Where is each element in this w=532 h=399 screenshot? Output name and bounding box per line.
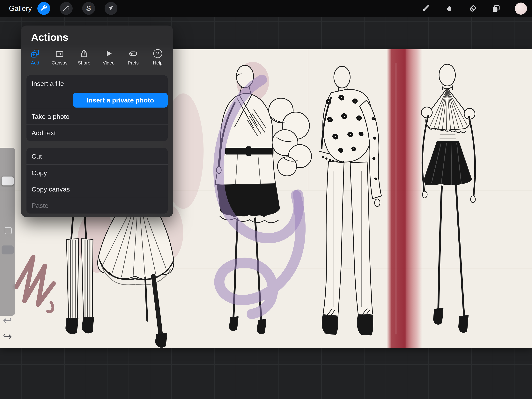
smudge-tool-button[interactable]	[445, 4, 454, 13]
actions-tool-button[interactable]	[37, 2, 50, 15]
menu-item-insert-file[interactable]: Insert a file	[26, 75, 168, 92]
transform-arrow-icon	[108, 5, 114, 12]
add-icon	[30, 49, 40, 59]
menu-item-copy-canvas[interactable]: Copy canvas	[26, 181, 168, 197]
selection-tool-button[interactable]: S	[82, 2, 95, 15]
tab-add-label: Add	[31, 60, 39, 66]
clipboard-menu-group: Cut Copy Copy canvas Paste	[26, 148, 168, 213]
share-icon	[79, 49, 89, 59]
wrench-icon	[40, 5, 47, 12]
brush-sidebar	[0, 148, 15, 316]
paint-tools	[421, 0, 527, 17]
add-menu-group: Insert a file Insert a private photo Tak…	[26, 75, 168, 141]
video-play-icon	[104, 49, 114, 59]
insert-private-photo-button[interactable]: Insert a private photo	[73, 93, 168, 108]
top-toolbar: Gallery S	[0, 0, 532, 17]
erase-tool-button[interactable]	[468, 4, 477, 13]
actions-tabs: Add Canvas Share	[26, 49, 167, 66]
menu-item-copy[interactable]: Copy	[26, 164, 168, 181]
menu-item-add-text[interactable]: Add text	[26, 124, 168, 141]
tab-prefs[interactable]: Prefs	[124, 49, 143, 66]
tab-canvas-label: Canvas	[52, 60, 67, 66]
menu-item-take-photo[interactable]: Take a photo	[26, 108, 168, 124]
toggle-icon	[128, 49, 138, 59]
tab-share[interactable]: Share	[75, 49, 94, 66]
actions-popup: Actions Add	[21, 26, 173, 217]
gallery-button[interactable]: Gallery	[9, 0, 32, 17]
tab-canvas[interactable]: Canvas	[50, 49, 69, 66]
transform-tool-button[interactable]	[105, 2, 117, 15]
layers-icon	[492, 4, 500, 13]
adjustments-tool-button[interactable]	[60, 2, 73, 15]
tab-help[interactable]: ? Help	[148, 49, 167, 66]
menu-item-cut[interactable]: Cut	[26, 148, 168, 164]
magic-wand-icon	[63, 5, 70, 12]
brush-opacity-slider[interactable]	[1, 245, 14, 254]
help-icon: ?	[153, 49, 163, 59]
undo-icon[interactable]: ↩	[1, 314, 13, 327]
selection-s-icon: S	[86, 4, 91, 13]
tab-prefs-label: Prefs	[128, 60, 139, 66]
brush-tool-button[interactable]	[421, 4, 430, 13]
modify-button[interactable]	[5, 227, 12, 234]
procreate-app: ↩ ↪ Actions Add	[0, 0, 532, 399]
tab-help-label: Help	[153, 60, 162, 66]
brush-icon	[422, 4, 430, 13]
layers-button[interactable]	[492, 4, 500, 13]
menu-item-insert-photo[interactable]: Insert a private photo	[26, 92, 168, 108]
brush-size-slider[interactable]	[1, 176, 14, 186]
tab-video-label: Video	[103, 60, 115, 66]
color-swatch[interactable]	[515, 3, 527, 15]
tab-video[interactable]: Video	[99, 49, 118, 66]
eraser-icon	[468, 4, 477, 13]
tab-share-label: Share	[78, 60, 90, 66]
redo-icon[interactable]: ↪	[1, 330, 13, 343]
canvas-icon	[55, 49, 65, 59]
menu-item-paste: Paste	[26, 197, 168, 213]
tab-add[interactable]: Add	[26, 49, 44, 66]
popup-title: Actions	[31, 31, 68, 43]
smudge-icon	[445, 4, 454, 13]
